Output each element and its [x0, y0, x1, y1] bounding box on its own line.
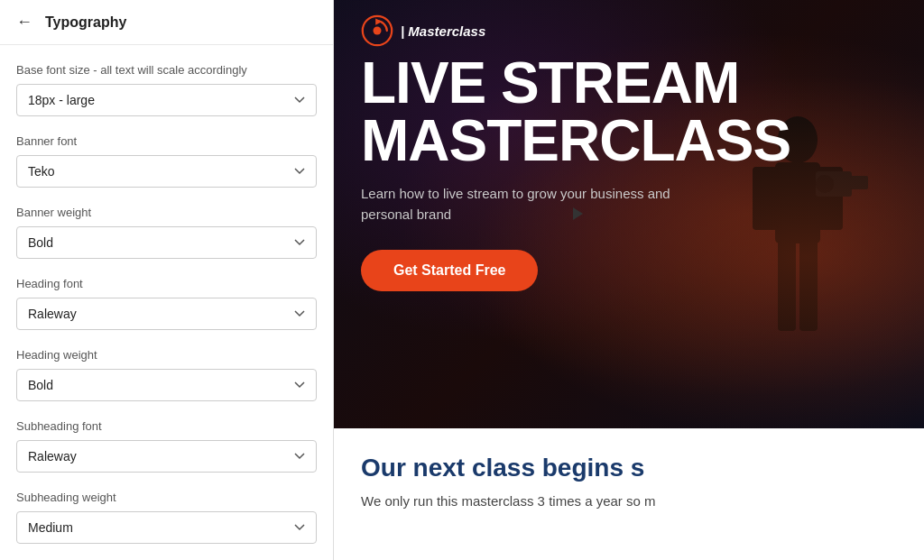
subheading-font-label: Subheading font: [16, 419, 317, 433]
banner-font-group: Banner font Teko: [16, 134, 317, 188]
lower-section: Our next class begins s We only run this…: [334, 428, 924, 560]
banner-weight-group: Banner weight Bold: [16, 206, 317, 259]
subheading-font-select[interactable]: Raleway: [16, 440, 317, 473]
hero-logo: | Masterclass: [361, 14, 485, 47]
lower-section-text: We only run this masterclass 3 times a y…: [361, 491, 897, 512]
hero-subtitle: Learn how to live stream to grow your bu…: [361, 184, 695, 225]
logo-text: | Masterclass: [401, 23, 485, 39]
base-font-size-group: Base font size - all text will scale acc…: [16, 63, 317, 116]
panel-header: ← Typography: [0, 0, 333, 45]
heading-font-group: Heading font Raleway: [16, 277, 317, 330]
base-font-size-select[interactable]: 18px - large: [16, 84, 317, 116]
panel-title: Typography: [45, 14, 126, 31]
hero-title: Live Stream Masterclass: [361, 54, 790, 170]
panel-content: Base font size - all text will scale acc…: [0, 45, 333, 560]
hero-title-line2: Masterclass: [361, 108, 790, 173]
get-started-button[interactable]: Get Started Free: [361, 250, 538, 291]
svg-point-8: [816, 175, 834, 193]
hero-content: Live Stream Masterclass Learn how to liv…: [361, 54, 790, 291]
typography-panel: ← Typography Base font size - all text w…: [0, 0, 334, 560]
subheading-weight-group: Subheading weight Medium: [16, 491, 317, 544]
svg-point-11: [374, 27, 382, 35]
back-button[interactable]: ←: [16, 13, 32, 32]
banner-font-label: Banner font: [16, 134, 317, 148]
subheading-weight-label: Subheading weight: [16, 491, 317, 504]
hero-title-line1: Live Stream: [361, 50, 739, 115]
base-font-size-label: Base font size - all text will scale acc…: [16, 63, 317, 77]
heading-font-label: Heading font: [16, 277, 317, 290]
svg-rect-7: [850, 176, 868, 189]
banner-font-select[interactable]: Teko: [16, 155, 317, 188]
subheading-font-group: Subheading font Raleway: [16, 419, 317, 473]
svg-rect-5: [799, 241, 818, 331]
svg-marker-10: [375, 19, 382, 25]
banner-weight-select[interactable]: Bold: [16, 226, 317, 259]
lower-section-title: Our next class begins s: [361, 454, 897, 482]
heading-font-select[interactable]: Raleway: [16, 298, 317, 330]
preview-panel: | Masterclass Live Stream Masterclass Le…: [334, 0, 924, 560]
hero-section: | Masterclass Live Stream Masterclass Le…: [334, 0, 924, 428]
heading-weight-label: Heading weight: [16, 348, 317, 362]
heading-weight-group: Heading weight Bold: [16, 348, 317, 401]
subheading-weight-select[interactable]: Medium: [16, 511, 317, 544]
banner-weight-label: Banner weight: [16, 206, 317, 219]
logo-icon: [361, 14, 393, 47]
heading-weight-select[interactable]: Bold: [16, 369, 317, 401]
